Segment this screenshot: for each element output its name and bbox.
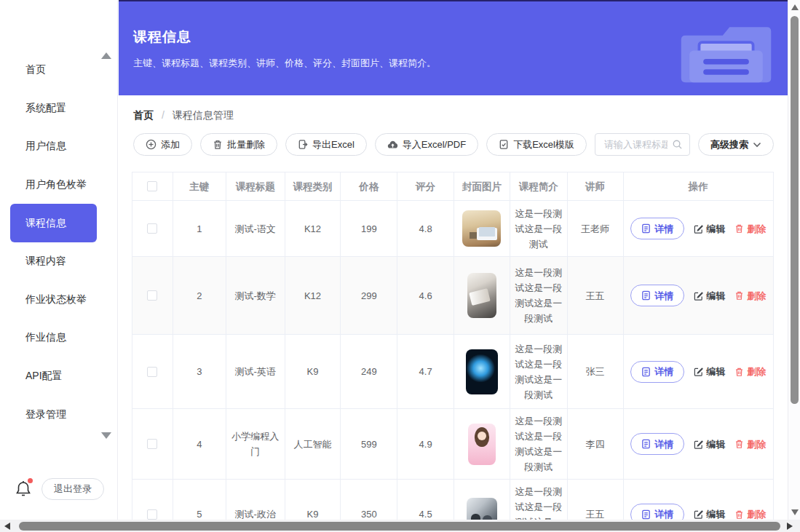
row-actions: 详情 编辑 删除	[630, 361, 766, 383]
import-excel-button[interactable]: 导入Excel/PDF	[375, 133, 478, 156]
unread-dot	[28, 478, 33, 483]
row-checkbox[interactable]	[147, 439, 157, 449]
edit-icon	[694, 291, 703, 301]
row-select-cell	[132, 409, 173, 479]
edit-button[interactable]: 编辑	[694, 221, 725, 237]
cell-course-rating: 4.6	[397, 257, 454, 334]
course-table: 主键 课程标题 课程类别 价格 评分 封面图片 课程简介 讲师 操作 1 测试-…	[132, 172, 774, 520]
vertical-scrollbar[interactable]	[788, 0, 800, 520]
delete-button[interactable]: 删除	[734, 288, 766, 303]
row-checkbox[interactable]	[147, 509, 157, 520]
delete-label: 删除	[747, 288, 766, 303]
col-header-intro: 课程简介	[510, 172, 568, 200]
delete-button[interactable]: 删除	[734, 507, 766, 520]
document-icon	[641, 439, 651, 449]
course-cover-image	[468, 424, 496, 465]
detail-button[interactable]: 详情	[630, 285, 684, 306]
cell-course-cover	[454, 480, 510, 520]
sidebar-item-login-management[interactable]: 登录管理	[10, 395, 97, 434]
scroll-down-arrow-icon[interactable]	[791, 509, 799, 515]
sidebar-item-label: 用户角色枚举	[25, 178, 87, 191]
detail-button[interactable]: 详情	[630, 504, 684, 520]
cell-course-title: 测试-数学	[226, 257, 285, 334]
edit-icon	[694, 509, 703, 519]
sidebar-item-course-info[interactable]: 课程信息	[10, 204, 97, 242]
row-select-cell	[132, 335, 173, 408]
download-template-button[interactable]: 下载Excel模版	[486, 133, 587, 156]
sidebar-item-system-config[interactable]: 系统配置	[10, 90, 97, 128]
advanced-search-button[interactable]: 高级搜索	[698, 133, 774, 156]
add-label: 添加	[161, 138, 180, 151]
cell-course-cover	[454, 409, 510, 479]
edit-button[interactable]: 编辑	[694, 364, 725, 379]
row-actions: 详情 编辑 删除	[630, 504, 766, 520]
folder-document-icon	[673, 17, 779, 87]
header-select-all-cell	[132, 172, 173, 200]
delete-button[interactable]: 删除	[734, 221, 766, 237]
col-header-actions: 操作	[624, 172, 773, 200]
detail-button[interactable]: 详情	[630, 218, 684, 239]
sidebar-item-api-config[interactable]: API配置	[10, 357, 97, 396]
breadcrumb: 首页 / 课程信息管理	[133, 109, 234, 122]
document-icon	[641, 509, 651, 520]
cell-course-price: 599	[341, 409, 397, 479]
cell-course-cover	[454, 257, 510, 334]
sidebar-item-homework-info[interactable]: 作业信息	[10, 319, 97, 357]
col-header-category: 课程类别	[285, 172, 341, 200]
cell-course-rating: 4.9	[397, 409, 454, 479]
trash-icon	[734, 367, 744, 377]
search-icon[interactable]	[672, 139, 683, 150]
edit-button[interactable]: 编辑	[694, 437, 725, 452]
main-content: 课程信息 主键、课程标题、课程类别、讲师、价格、评分、封面图片、课程简介。 首页…	[119, 0, 788, 520]
cell-course-teacher: 王五	[568, 257, 624, 334]
horizontal-scrollbar[interactable]	[0, 520, 800, 532]
row-checkbox[interactable]	[147, 290, 157, 301]
sidebar-item-homework-status-enum[interactable]: 作业状态枚举	[10, 281, 97, 319]
row-checkbox[interactable]	[147, 223, 157, 234]
edit-label: 编辑	[706, 288, 725, 303]
cell-course-intro: 这是一段测试这是一段测试	[510, 201, 568, 256]
scroll-right-arrow-icon[interactable]	[787, 523, 793, 530]
cell-actions: 详情 编辑 删除	[624, 257, 773, 334]
row-actions: 详情 编辑 删除	[630, 285, 766, 306]
sidebar-item-user-info[interactable]: 用户信息	[10, 127, 97, 166]
cell-course-intro: 这是一段测试这是一段测试这是一段测试	[510, 480, 568, 520]
cell-course-id: 5	[173, 480, 226, 520]
import-excel-label: 导入Excel/PDF	[403, 138, 466, 151]
chevron-down-icon	[753, 142, 761, 148]
detail-button[interactable]: 详情	[630, 433, 684, 455]
edit-icon	[694, 224, 703, 234]
export-excel-label: 导出Excel	[312, 138, 355, 151]
sidebar-footer: 退出登录	[0, 478, 117, 500]
breadcrumb-home-link[interactable]: 首页	[133, 109, 154, 121]
horizontal-scrollbar-thumb[interactable]	[19, 522, 780, 531]
detail-button[interactable]: 详情	[630, 361, 684, 383]
detail-label: 详情	[654, 437, 673, 452]
table-row: 5 测试-政治 K9 350 4.5 这是一段测试这是一段测试这是一段测试 王五…	[132, 480, 773, 520]
notification-bell-icon[interactable]	[15, 480, 33, 499]
sidebar-item-course-content[interactable]: 课程内容	[10, 242, 97, 281]
sidebar-scroll-down-icon[interactable]	[101, 432, 111, 439]
sidebar-item-home[interactable]: 首页	[10, 51, 97, 90]
export-excel-button[interactable]: 导出Excel	[285, 133, 367, 156]
edit-button[interactable]: 编辑	[694, 288, 725, 303]
edit-button[interactable]: 编辑	[694, 507, 725, 520]
sidebar-item-user-role-enum[interactable]: 用户角色枚举	[10, 166, 97, 205]
delete-button[interactable]: 删除	[734, 364, 766, 379]
scroll-up-arrow-icon[interactable]	[791, 4, 799, 10]
add-button[interactable]: 添加	[133, 133, 192, 156]
logout-button[interactable]: 退出登录	[41, 478, 104, 500]
cell-course-id: 2	[173, 257, 226, 334]
row-actions: 详情 编辑 删除	[630, 218, 766, 239]
row-checkbox[interactable]	[147, 367, 157, 377]
vertical-scrollbar-thumb[interactable]	[791, 16, 799, 404]
batch-delete-button[interactable]: 批量删除	[200, 133, 277, 156]
delete-button[interactable]: 删除	[734, 437, 766, 452]
sidebar-item-label: API配置	[25, 370, 63, 383]
select-all-checkbox[interactable]	[147, 181, 157, 191]
table-row: 4 小学编程入门 人工智能 599 4.9 这是一段测试这是一段测试这是一段测试…	[132, 409, 773, 480]
edit-label: 编辑	[706, 437, 725, 452]
scroll-left-arrow-icon[interactable]	[4, 523, 10, 530]
breadcrumb-separator: /	[162, 109, 165, 121]
sidebar-item-label: 作业状态枚举	[25, 293, 87, 306]
